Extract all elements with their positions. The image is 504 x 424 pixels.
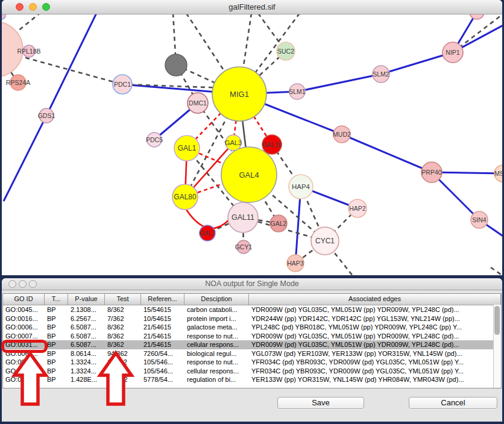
graph-node-label-CYC1: CYC1 <box>315 237 335 245</box>
table-cell: GO:0065... <box>3 349 45 358</box>
table-cell: 105/546... <box>141 358 184 367</box>
table-cell: response to nut... <box>184 358 249 367</box>
table-cell: biological regul... <box>184 349 249 358</box>
table-body: GO:0045...BP2.1308...8/36215/54615carbon… <box>3 305 501 384</box>
table-cell: BP <box>45 367 68 376</box>
table-cell: 7/362 <box>105 314 141 323</box>
table-cell: 80/362 <box>105 375 141 384</box>
table-cell: 11/362 <box>105 358 141 367</box>
graph-node-label-GAL1: GAL1 <box>178 144 197 152</box>
column-header-5[interactable]: Desciption <box>184 294 249 305</box>
graph-edge <box>297 74 381 92</box>
table-cell: 7260/54... <box>141 349 184 358</box>
table-cell: YDR009W (pd) YGL035C, YML051W (pp) YDR00… <box>249 332 501 341</box>
graph-node-topright[interactable] <box>470 14 484 19</box>
table-cell: BP <box>45 332 68 341</box>
table-cell: GO:0050... <box>3 375 45 384</box>
table-cell: GO:0007... <box>3 332 45 341</box>
graph-window-title: galFiltered.sif <box>2 2 502 11</box>
graph-node-label-SUC2: SUC2 <box>277 48 294 55</box>
table-cell: cellular respons... <box>184 340 249 349</box>
graph-node-label-SLM2: SLM2 <box>373 70 389 78</box>
column-header-1[interactable]: T... <box>45 294 68 305</box>
save-button[interactable]: Save <box>277 397 364 409</box>
table-cell: protein import i... <box>184 314 249 323</box>
table-cell: 105/546... <box>141 367 184 376</box>
column-header-4[interactable]: Referen... <box>141 294 184 305</box>
table-cell: BP <box>45 358 68 367</box>
table-cell: response to nut... <box>184 332 249 341</box>
table-cell: GO:0006... <box>3 323 45 332</box>
graph-edge <box>381 52 453 74</box>
table-row-3[interactable]: GO:0007...BP6.5087...8/36221/54615respon… <box>3 332 501 341</box>
column-header-2[interactable]: P-value <box>68 294 105 305</box>
table-row-7[interactable]: GO:0031...BP1.3324...11/362105/546...cel… <box>3 367 501 376</box>
graph-node-label-PDC5: PDC5 <box>146 136 163 143</box>
table-cell: BP <box>45 323 68 332</box>
graph-edge <box>4 116 46 201</box>
table-cell: BP <box>45 305 68 314</box>
table-row-5[interactable]: GO:0065...BP8.0614...94/3627260/54...bio… <box>3 349 501 358</box>
table-cell: YFR034C (pd) YBR093C, YDR009W (pd) YGL03… <box>249 358 501 367</box>
graph-node-label-GDS1: GDS1 <box>38 112 55 119</box>
network-canvas[interactable]: RPL18BRPS24AGDS1PDC1DMC1MIG1SUC2SLM1SLM2… <box>2 14 502 275</box>
table-cell: YDR009W (pd) YGL035C, YML051W (pp) YDR00… <box>249 340 501 349</box>
graph-node-label-MSL1: MSL1 <box>494 170 502 177</box>
table-row-6[interactable]: GO:0031...BP1.3324...11/362105/546...res… <box>3 358 501 367</box>
graph-node-label-SLM1: SLM1 <box>289 88 306 95</box>
graph-window: galFiltered.sif RPL18BRPS24AGDS1PDC1DMC1… <box>2 0 502 275</box>
table-cell: 21/54615 <box>141 340 184 349</box>
table-cell: 2.1308... <box>68 305 105 314</box>
table-cell: YGL073W (pd) YER103W, YER133W (pp) YOR31… <box>249 349 501 358</box>
graph-node-label-GAL7: GAL7 <box>200 229 216 237</box>
table-row-2[interactable]: GO:0006...BP6.5087...8/36221/54615galact… <box>3 323 501 332</box>
table-cell: YDR244W (pp) YDR142C, YDR142C (pp) YGL15… <box>249 314 501 323</box>
table-cell: 1.3324... <box>68 358 105 367</box>
table-cell: BP <box>45 349 68 358</box>
table-row-1[interactable]: GO:0016...BP6.2567...7/36210/54615protei… <box>3 314 501 323</box>
graph-node-label-RPL18B: RPL18B <box>17 48 40 55</box>
graph-window-titlebar[interactable]: galFiltered.sif <box>2 0 502 14</box>
table-cell: 1.428E... <box>68 375 105 384</box>
noa-window-title: NOA output for Single Mode <box>2 279 502 288</box>
table-header-row: GO IDT...P-valueTestReferen...Desciption… <box>3 294 501 305</box>
table-cell: YER133W (pp) YOR315W, YNL145W (pd) YHR08… <box>249 375 501 384</box>
table-cell: 8/362 <box>105 332 141 341</box>
results-table: GO IDT...P-valueTestReferen...Desciption… <box>2 293 502 388</box>
table-cell: BP <box>45 340 68 349</box>
column-header-0[interactable]: GO ID <box>3 294 45 305</box>
cancel-button[interactable]: Cancel <box>409 397 497 409</box>
vertical-scrollbar[interactable] <box>493 305 501 388</box>
graph-node-gray1[interactable] <box>165 54 187 76</box>
table-cell: 11/362 <box>105 367 141 376</box>
table-row-4[interactable]: GO:0031...BP6.5087...8/36221/54615cellul… <box>3 340 501 349</box>
graph-node-label-PDC1: PDC1 <box>114 81 131 88</box>
table-cell: carbon cataboli... <box>184 305 249 314</box>
noa-window-titlebar[interactable]: NOA output for Single Mode <box>2 278 502 290</box>
table-cell: 6.5087... <box>68 323 105 332</box>
scrollbar-thumb[interactable] <box>494 306 500 335</box>
table-cell: 8.0614... <box>68 349 105 358</box>
table-cell: regulation of bi... <box>184 375 249 384</box>
table-cell: cellular respons... <box>184 367 249 376</box>
graph-node-corner[interactable] <box>2 14 5 19</box>
table-cell: 94/362 <box>105 349 141 358</box>
table-cell: BP <box>45 314 68 323</box>
table-cell: GO:0031... <box>3 358 45 367</box>
table-cell: 8/362 <box>105 340 141 349</box>
table-row-8[interactable]: GO:0050...BP1.428E...80/3625778/54...reg… <box>3 375 501 384</box>
table-cell: 6.5087... <box>68 332 105 341</box>
table-cell: 21/54615 <box>141 323 184 332</box>
table-cell: 21/54615 <box>141 332 184 341</box>
graph-node-label-HAP3: HAP3 <box>287 260 304 267</box>
column-header-6[interactable]: Associated edges <box>249 294 501 305</box>
graph-edge <box>491 267 502 275</box>
graph-node-label-HAP2: HAP2 <box>349 205 366 212</box>
graph-node-label-SIN4: SIN4 <box>472 216 487 223</box>
column-header-3[interactable]: Test <box>105 294 141 305</box>
table-cell: galactose meta... <box>184 323 249 332</box>
table-cell: 6.5087... <box>68 340 105 349</box>
table-row-0[interactable]: GO:0045...BP2.1308...8/36215/54615carbon… <box>3 305 501 314</box>
table-cell: 1.3324... <box>68 367 105 376</box>
table-cell: 5778/54... <box>141 375 184 384</box>
